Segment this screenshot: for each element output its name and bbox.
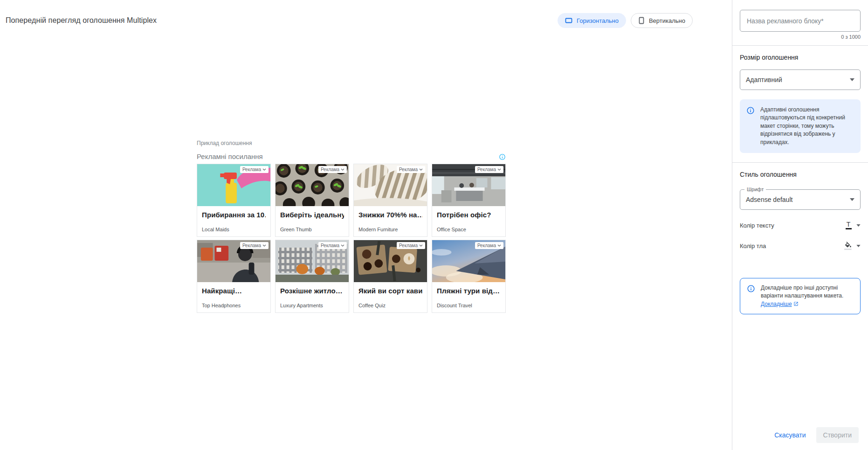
ad-badge-label: Реклама: [477, 167, 496, 172]
ad-title: Найкращі…: [202, 287, 266, 295]
ad-choices-badge[interactable]: Реклама: [475, 242, 503, 249]
size-section-heading: Розмір оголошення: [740, 54, 861, 61]
cancel-button[interactable]: Скасувати: [772, 428, 808, 443]
format-color-fill-icon: [844, 242, 852, 250]
font-select[interactable]: Шрифт Adsense default: [740, 189, 861, 210]
ad-image-travel: Реклама: [432, 240, 505, 282]
advertiser-label: Local Maids: [202, 227, 266, 232]
style-section-heading: Стиль оголошення: [740, 171, 861, 178]
ad-choices-badge[interactable]: Реклама: [397, 166, 425, 173]
ad-image-headphones: Реклама: [197, 240, 270, 282]
ad-card[interactable]: Реклама Пляжні тури від… Discount Travel: [432, 240, 506, 313]
toggle-horizontal-label: Горизонтально: [577, 17, 619, 24]
advertiser-label: Office Space: [437, 227, 501, 232]
advertiser-label: Coffee Quiz: [358, 303, 422, 308]
example-label: Приклад оголошення: [197, 140, 506, 146]
dropdown-arrow-icon: [850, 78, 854, 81]
advertiser-label: Modern Furniture: [358, 227, 422, 232]
text-color-label: Колір тексту: [740, 222, 774, 229]
ad-title: Розкішне житло…: [280, 287, 344, 295]
divider: [732, 162, 868, 163]
ad-badge-label: Реклама: [399, 243, 418, 248]
ad-image-cleaning: Реклама: [197, 164, 270, 206]
ad-choices-badge[interactable]: Реклама: [397, 242, 425, 249]
ad-title: Потрібен офіс?: [437, 211, 501, 219]
ad-cards-grid: Реклама Прибирання за 10… Local Maids: [197, 164, 506, 313]
ad-title: Який ви сорт кави?: [358, 287, 422, 295]
char-counter: 0 з 1000: [740, 34, 861, 40]
ad-badge-label: Реклама: [477, 243, 496, 248]
orientation-toggle-group: Горизонтально Вертикально: [558, 13, 693, 28]
chevron-down-icon: [262, 168, 266, 171]
chevron-down-icon: [497, 244, 501, 247]
toggle-vertical-label: Вертикально: [649, 17, 685, 24]
dropdown-arrow-icon: [856, 224, 861, 227]
ad-badge-label: Реклама: [399, 167, 418, 172]
ad-badge-label: Реклама: [242, 243, 261, 248]
landscape-rect-icon: [565, 17, 572, 24]
bg-color-row: Колір тла: [740, 236, 861, 256]
chevron-down-icon: [341, 244, 344, 247]
chevron-down-icon: [419, 244, 423, 247]
chevron-down-icon: [497, 168, 501, 171]
advertiser-label: Top Headphones: [202, 303, 266, 308]
ad-unit-name-input[interactable]: [740, 10, 861, 32]
layout-info-text: Докладніше про інші доступні варіанти на…: [761, 284, 843, 299]
format-color-text-icon: T: [845, 222, 852, 229]
ad-choices-badge[interactable]: Реклама: [318, 242, 347, 249]
ad-title: Виберіть ідеальну…: [280, 211, 344, 219]
ad-image-apartments: Реклама: [276, 240, 349, 282]
ad-card[interactable]: Реклама Знижки 70%% на… Modern Furniture: [353, 164, 427, 237]
toggle-vertical-button[interactable]: Вертикально: [631, 13, 693, 28]
dropdown-arrow-icon: [856, 245, 861, 247]
advertiser-label: Discount Travel: [437, 303, 501, 308]
panel-footer: Скасувати Створити: [732, 422, 868, 450]
divider: [732, 45, 868, 46]
ad-badge-label: Реклама: [242, 167, 261, 172]
ad-card[interactable]: Реклама Найкращі… Top Headphones: [197, 240, 271, 313]
portrait-rect-icon: [638, 17, 645, 24]
settings-panel: 0 з 1000 Розмір оголошення Адаптивний Ад…: [732, 0, 868, 450]
learn-more-link[interactable]: Докладніше: [761, 301, 792, 307]
ad-choices-badge[interactable]: Реклама: [240, 166, 269, 173]
external-link-icon: [793, 301, 799, 306]
ad-card[interactable]: Реклама Який ви сорт кави? Coffee Quiz: [353, 240, 427, 313]
preview-pane: Попередній перегляд оголошення Multiplex…: [0, 0, 732, 450]
ad-choices-badge[interactable]: Реклама: [475, 166, 503, 173]
ad-card[interactable]: Реклама Розкішне житло… Luxury Apartment…: [275, 240, 349, 313]
responsive-info-text: Адаптивні оголошення підлаштовуються під…: [760, 106, 854, 146]
info-icon: [747, 284, 755, 293]
chevron-down-icon: [419, 168, 423, 171]
font-select-value: Adsense default: [746, 196, 792, 203]
ad-image-furniture: Реклама: [354, 164, 427, 206]
preview-header: Попередній перегляд оголошення Multiplex…: [0, 0, 732, 41]
info-icon: [746, 106, 755, 115]
ad-image-plants: Реклама: [276, 164, 349, 206]
ad-badge-label: Реклама: [321, 243, 339, 248]
create-button[interactable]: Створити: [816, 427, 859, 443]
bg-color-button[interactable]: [844, 242, 861, 250]
ad-card[interactable]: Реклама Виберіть ідеальну… Green Thumb: [275, 164, 349, 237]
ad-card[interactable]: Реклама Потрібен офіс? Office Space: [432, 164, 506, 237]
layout-info-box: Докладніше про інші доступні варіанти на…: [740, 278, 861, 314]
ad-image-office: Реклама: [432, 164, 505, 206]
ad-choices-badge[interactable]: Реклама: [240, 242, 269, 249]
multiplex-ad-creator: Попередній перегляд оголошення Multiplex…: [0, 0, 868, 450]
ad-choices-badge[interactable]: Реклама: [318, 166, 347, 173]
widget-header: Рекламні посилання: [197, 152, 506, 160]
advertiser-label: Green Thumb: [280, 227, 344, 232]
page-title: Попередній перегляд оголошення Multiplex: [6, 16, 157, 25]
font-select-label: Шрифт: [744, 187, 766, 192]
info-icon[interactable]: [499, 153, 506, 160]
ad-preview: Приклад оголошення Рекламні посилання: [197, 140, 506, 313]
toggle-horizontal-button[interactable]: Горизонтально: [558, 13, 626, 28]
chevron-down-icon: [341, 168, 344, 171]
ad-card[interactable]: Реклама Прибирання за 10… Local Maids: [197, 164, 271, 237]
ad-image-coffee: Реклама: [354, 240, 427, 282]
text-color-button[interactable]: T: [845, 222, 861, 229]
bg-color-label: Колір тла: [740, 242, 766, 249]
responsive-info-box: Адаптивні оголошення підлаштовуються під…: [740, 99, 861, 153]
ad-size-select[interactable]: Адаптивний: [740, 69, 861, 90]
ad-size-value: Адаптивний: [746, 76, 782, 83]
text-color-row: Колір тексту T: [740, 215, 861, 236]
